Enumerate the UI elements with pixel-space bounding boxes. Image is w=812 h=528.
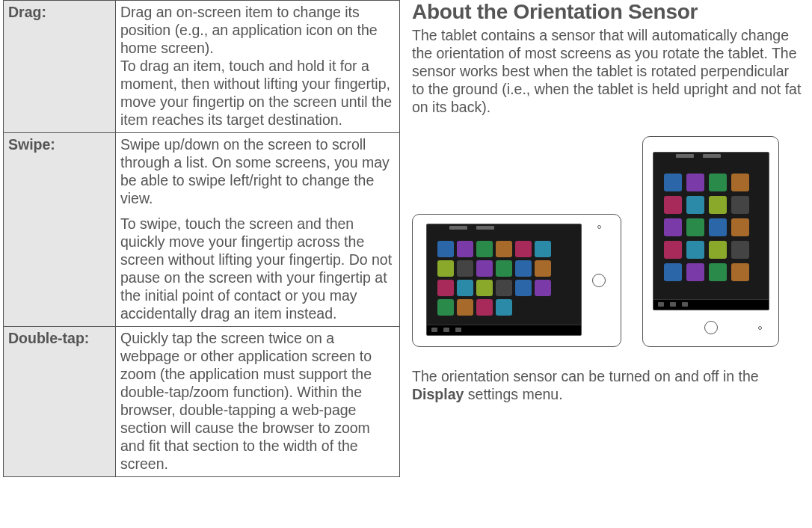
- intro-paragraph: The tablet contains a sensor that will a…: [412, 27, 802, 117]
- gesture-description-para: Drag an on-screen item to change its pos…: [120, 4, 395, 129]
- gesture-table: Drag:Drag an on-screen item to change it…: [3, 0, 400, 477]
- gesture-description: Quickly tap the screen twice on a webpag…: [116, 326, 400, 476]
- table-row: Drag:Drag an on-screen item to change it…: [4, 1, 400, 133]
- outro-paragraph: The orientation sensor can be turned on …: [412, 368, 802, 404]
- camera-icon: [597, 225, 601, 229]
- gesture-table-body: Drag:Drag an on-screen item to change it…: [4, 1, 400, 477]
- gesture-description: Drag an on-screen item to change its pos…: [116, 1, 400, 133]
- gesture-label: Swipe:: [4, 132, 116, 326]
- gesture-label: Drag:: [4, 1, 116, 133]
- portrait-screen: [653, 152, 769, 310]
- tablet-landscape: [412, 214, 621, 347]
- table-row: Swipe:Swipe up/down on the screen to scr…: [4, 132, 400, 326]
- outro-pre: The orientation sensor can be turned on …: [412, 368, 759, 384]
- table-row: Double-tap:Quickly tap the screen twice …: [4, 326, 400, 476]
- orientation-column: About the Orientation Sensor The tablet …: [405, 0, 812, 528]
- gesture-table-column: Drag:Drag an on-screen item to change it…: [0, 0, 405, 528]
- outro-post: settings menu.: [464, 386, 562, 402]
- gesture-description-para: Quickly tap the screen twice on a webpag…: [120, 330, 395, 473]
- outro-bold: Display: [412, 386, 464, 402]
- gesture-description: Swipe up/down on the screen to scroll th…: [116, 132, 400, 326]
- tablet-portrait: [642, 136, 779, 347]
- tablet-illustrations: [412, 136, 802, 347]
- camera-icon: [758, 326, 762, 330]
- gesture-label: Double-tap:: [4, 326, 116, 476]
- landscape-screen: [426, 224, 582, 336]
- gesture-description-para: Swipe up/down on the screen to scroll th…: [120, 136, 395, 208]
- gesture-description-para: To swipe, touch the screen and then quic…: [120, 215, 395, 323]
- section-heading: About the Orientation Sensor: [412, 0, 802, 24]
- home-button-icon: [592, 274, 606, 287]
- home-button-icon: [704, 321, 718, 334]
